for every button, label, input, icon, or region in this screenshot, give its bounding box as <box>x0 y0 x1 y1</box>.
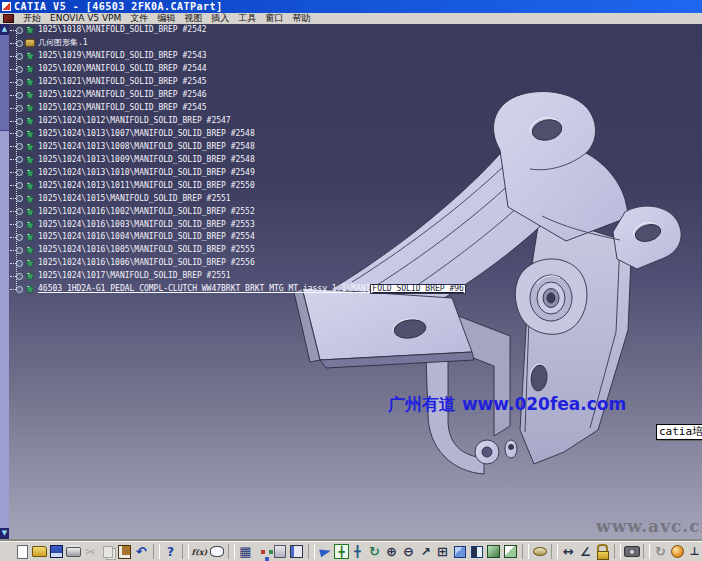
tree-node-icon[interactable] <box>16 92 23 99</box>
catalog-button[interactable] <box>288 543 305 560</box>
menu-item[interactable]: 插入 <box>211 13 229 24</box>
tree-node-icon[interactable] <box>16 221 23 228</box>
tree-node-icon[interactable] <box>16 195 23 202</box>
tree-item-label[interactable]: 1025\1024\1016\1004\MANIFOLD_SOLID_BREP … <box>38 233 255 241</box>
undo-button[interactable]: ↶ <box>133 543 150 560</box>
cut-button[interactable]: ✂ <box>82 543 99 560</box>
tree-item[interactable]: 1025\1018\MANIFOLD_SOLID_BREP #2542 <box>10 24 466 37</box>
tree-item[interactable]: 1025\1023\MANIFOLD_SOLID_BREP #2545 <box>10 102 466 115</box>
design-table-button[interactable]: ▦ <box>237 543 254 560</box>
hide-show-button[interactable] <box>468 543 485 560</box>
shading-button[interactable] <box>485 543 502 560</box>
help-button[interactable]: ? <box>162 543 179 560</box>
tree-item-label[interactable]: 1025\1024\1012\MANIFOLD_SOLID_BREP #2547 <box>38 117 231 125</box>
tree-item-label[interactable]: 1025\1024\1017\MANIFOLD_SOLID_BREP #2551 <box>38 272 231 280</box>
scroll-up-icon[interactable]: ▲ <box>0 24 9 35</box>
tree-item[interactable]: 46503 1HD2A-G1 PEDAL COMPL-CLUTCH WW47BR… <box>10 283 466 296</box>
tree-node-icon[interactable] <box>16 40 23 47</box>
new-document-button[interactable] <box>14 543 31 560</box>
tree-node-icon[interactable] <box>16 286 23 293</box>
tree-item[interactable]: 1025\1024\1013\1007\MANIFOLD_SOLID_BREP … <box>10 128 466 141</box>
tree-item-label[interactable]: 1025\1021\MANIFOLD_SOLID_BREP #2545 <box>38 78 207 86</box>
tree-item-label[interactable]: 1025\1024\1016\1005\MANIFOLD_SOLID_BREP … <box>38 246 255 254</box>
highlight-button[interactable] <box>669 543 686 560</box>
axis-system-button[interactable]: ⊥ <box>686 543 702 560</box>
camera-button[interactable] <box>623 543 640 560</box>
scrollbar-thumb[interactable] <box>0 35 9 131</box>
knowledge-button[interactable] <box>271 543 288 560</box>
tree-item[interactable]: 1025\1024\1013\1009\MANIFOLD_SOLID_BREP … <box>10 153 466 166</box>
selected-label-box[interactable]: FOLD_SOLID_BREP #96 <box>370 284 466 294</box>
paste-button[interactable] <box>116 543 133 560</box>
rotate-button[interactable]: ↻ <box>366 543 383 560</box>
tree-node-icon[interactable] <box>16 208 23 215</box>
menu-item[interactable]: 文件 <box>130 13 148 24</box>
tree-node-icon[interactable] <box>16 79 23 86</box>
tree-item[interactable]: 1025\1024\1017\MANIFOLD_SOLID_BREP #2551 <box>10 270 466 283</box>
tree-node-icon[interactable] <box>16 130 23 137</box>
tree-item[interactable]: 1025\1024\1016\1002\MANIFOLD_SOLID_BREP … <box>10 205 466 218</box>
turntable-button[interactable] <box>531 543 548 560</box>
tree-item[interactable]: 1025\1024\1015\MANIFOLD_SOLID_BREP #2551 <box>10 192 466 205</box>
lock-button[interactable] <box>594 543 611 560</box>
tree-node-icon[interactable] <box>16 143 23 150</box>
tree-node-icon[interactable] <box>16 53 23 60</box>
tree-item-label[interactable]: 1025\1024\1016\1003\MANIFOLD_SOLID_BREP … <box>38 221 255 229</box>
tree-item[interactable]: 1025\1020\MANIFOLD_SOLID_BREP #2544 <box>10 63 466 76</box>
tree-node-icon[interactable] <box>16 156 23 163</box>
zoom-out-button[interactable]: ⊖ <box>400 543 417 560</box>
save-button[interactable] <box>48 543 65 560</box>
tree-item[interactable]: 1025\1019\MANIFOLD_SOLID_BREP #2543 <box>10 50 466 63</box>
copy-button[interactable] <box>99 543 116 560</box>
tree-item[interactable]: 1025\1024\1016\1006\MANIFOLD_SOLID_BREP … <box>10 257 466 270</box>
tree-item-label[interactable]: 1025\1024\1015\MANIFOLD_SOLID_BREP #2551 <box>38 195 231 203</box>
product-structure-button[interactable] <box>254 543 271 560</box>
tree-node-icon[interactable] <box>16 66 23 73</box>
specification-tree[interactable]: 1025\1018\MANIFOLD_SOLID_BREP #2542几何图形集… <box>10 24 466 296</box>
render-style-button[interactable] <box>502 543 519 560</box>
menu-item[interactable]: 工具 <box>238 13 256 24</box>
tree-node-icon[interactable] <box>16 118 23 125</box>
tree-item-label[interactable]: 46503 1HD2A-G1 PEDAL COMPL-CLUTCH WW47BR… <box>38 285 370 293</box>
tree-item[interactable]: 1025\1024\1013\1010\MANIFOLD_SOLID_BREP … <box>10 166 466 179</box>
tree-item[interactable]: 1025\1024\1016\1005\MANIFOLD_SOLID_BREP … <box>10 244 466 257</box>
tree-item[interactable]: 1025\1024\1013\1008\MANIFOLD_SOLID_BREP … <box>10 140 466 153</box>
tree-node-icon[interactable] <box>16 27 23 34</box>
fly-mode-button[interactable] <box>317 543 334 560</box>
measure-between-button[interactable]: ↔ <box>560 543 577 560</box>
tree-item[interactable]: 1025\1024\1016\1003\MANIFOLD_SOLID_BREP … <box>10 218 466 231</box>
tree-item-label[interactable]: 1025\1022\MANIFOLD_SOLID_BREP #2546 <box>38 91 207 99</box>
tree-item[interactable]: 1025\1024\1012\MANIFOLD_SOLID_BREP #2547 <box>10 115 466 128</box>
open-button[interactable] <box>31 543 48 560</box>
3d-viewport[interactable]: 1025\1018\MANIFOLD_SOLID_BREP #2542几何图形集… <box>0 24 702 541</box>
fit-all-in-button[interactable]: ╋ <box>334 544 349 559</box>
tree-node-icon[interactable] <box>16 105 23 112</box>
formula-button[interactable]: f(x) <box>191 543 208 560</box>
tree-item[interactable]: 几何图形集.1 <box>10 37 466 50</box>
tree-node-icon[interactable] <box>16 182 23 189</box>
tree-item-label[interactable]: 1025\1024\1016\1006\MANIFOLD_SOLID_BREP … <box>38 259 255 267</box>
tree-scrollbar[interactable]: ▲ ▼ <box>0 24 9 541</box>
tree-node-icon[interactable] <box>16 247 23 254</box>
tree-node-icon[interactable] <box>16 260 23 267</box>
menu-item[interactable]: 窗口 <box>265 13 283 24</box>
tree-item-label[interactable]: 1025\1019\MANIFOLD_SOLID_BREP #2543 <box>38 52 207 60</box>
menu-item[interactable]: 开始 <box>23 13 41 24</box>
multi-view-button[interactable]: ⊞ <box>434 543 451 560</box>
tree-item-label[interactable]: 1025\1024\1013\1008\MANIFOLD_SOLID_BREP … <box>38 143 255 151</box>
tree-item-label[interactable]: 1025\1023\MANIFOLD_SOLID_BREP #2545 <box>38 104 207 112</box>
tree-item[interactable]: 1025\1024\1016\1004\MANIFOLD_SOLID_BREP … <box>10 231 466 244</box>
menu-item[interactable]: 编辑 <box>157 13 175 24</box>
tree-item[interactable]: 1025\1022\MANIFOLD_SOLID_BREP #2546 <box>10 89 466 102</box>
tree-item-label[interactable]: 几何图形集.1 <box>38 39 88 47</box>
tree-node-icon[interactable] <box>16 234 23 241</box>
tree-node-icon[interactable] <box>16 169 23 176</box>
iso-view-button[interactable] <box>451 543 468 560</box>
refresh-button[interactable]: ↻ <box>652 543 669 560</box>
tree-item-label[interactable]: 1025\1024\1013\1007\MANIFOLD_SOLID_BREP … <box>38 130 255 138</box>
pan-button[interactable]: ╋ <box>349 543 366 560</box>
menu-item[interactable]: 视图 <box>184 13 202 24</box>
tree-item-label[interactable]: 1025\1024\1016\1002\MANIFOLD_SOLID_BREP … <box>38 208 255 216</box>
comment-button[interactable] <box>208 543 225 560</box>
tree-item[interactable]: 1025\1021\MANIFOLD_SOLID_BREP #2545 <box>10 76 466 89</box>
